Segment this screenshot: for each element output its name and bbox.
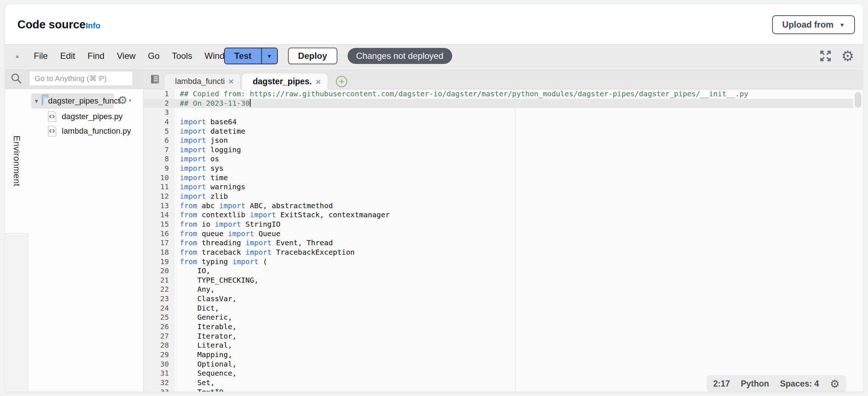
code-text: import json — [175, 136, 228, 145]
code-line[interactable]: 25 Generic, — [143, 313, 863, 322]
python-file-icon — [47, 111, 57, 122]
code-line[interactable]: 21 TYPE_CHECKING, — [143, 276, 863, 285]
line-number: 12 — [143, 192, 175, 201]
code-line[interactable]: 15from io import StringIO — [143, 220, 863, 229]
code-line[interactable]: 28 Literal, — [143, 341, 863, 350]
code-line[interactable]: 20 IO, — [143, 266, 863, 276]
fullscreen-icon[interactable] — [819, 49, 832, 63]
new-tab-plus-icon[interactable]: + — [336, 76, 347, 87]
code-line[interactable]: 3 — [143, 108, 863, 117]
code-line[interactable]: 17from threading import Event, Thread — [143, 238, 863, 248]
editor-settings-gear-icon[interactable]: ⚙ — [841, 49, 854, 63]
code-text: from traceback import TracebackException — [175, 248, 355, 257]
line-number: 10 — [143, 173, 175, 183]
python-file-icon — [47, 126, 57, 137]
menu-view[interactable]: View — [111, 51, 142, 61]
editor-content: Environment ▾ dagster_pipes_funct ⚙▾ — [5, 68, 863, 392]
statusbar-gear-icon[interactable]: ⚙ — [830, 379, 840, 389]
line-number: 8 — [143, 154, 175, 164]
code-line[interactable]: 9import sys — [143, 164, 863, 173]
tab-lambda-function[interactable]: lambda_function. × — [164, 73, 241, 89]
test-split-button[interactable]: Test ▼ — [224, 48, 278, 64]
code-text: from threading import Event, Thread — [175, 238, 333, 248]
code-line[interactable]: 30 Optional, — [143, 360, 863, 369]
test-button[interactable]: Test — [225, 48, 261, 64]
code-line[interactable]: 24 Dict, — [143, 304, 863, 313]
collapse-editor-icon[interactable]: ▲ — [15, 53, 20, 59]
menu-tools[interactable]: Tools — [166, 51, 198, 61]
code-text: Literal, — [175, 341, 232, 350]
code-line[interactable]: 23 ClassVar, — [143, 294, 863, 304]
code-text: Any, — [175, 285, 215, 294]
code-line[interactable]: 7import logging — [143, 145, 863, 155]
line-number: 1 — [143, 89, 175, 99]
menu-go[interactable]: Go — [142, 51, 166, 61]
code-line[interactable]: 26 Iterable, — [143, 322, 863, 332]
code-text: TYPE_CHECKING, — [175, 276, 259, 285]
upload-from-button[interactable]: Upload from ▼ — [772, 15, 855, 34]
code-source-panel: Code source Info Upload from ▼ ▲ File Ed… — [5, 4, 863, 392]
code-line[interactable]: 13from abc import ABC, abstractmethod — [143, 201, 863, 211]
chevron-down-icon: ▼ — [839, 22, 845, 28]
file-sidebar: Environment ▾ dagster_pipes_funct ⚙▾ — [5, 68, 143, 392]
line-number: 32 — [143, 378, 175, 388]
line-number: 18 — [143, 248, 175, 257]
code-line[interactable]: 22 Any, — [143, 285, 863, 294]
tab-list-icon[interactable] — [149, 73, 161, 85]
tab-dagster-pipes[interactable]: dagster_pipes.py × — [242, 73, 328, 90]
indent-setting[interactable]: Spaces: 4 — [780, 379, 819, 389]
code-line[interactable]: 29 Mapping, — [143, 350, 863, 360]
code-line[interactable]: 1## Copied from: https://raw.githubuserc… — [143, 89, 863, 99]
upload-from-label: Upload from — [782, 20, 833, 30]
code-line[interactable]: 19from typing import ( — [143, 257, 863, 267]
environment-tab[interactable]: Environment — [5, 89, 28, 234]
environment-label: Environment — [12, 136, 22, 186]
folder-expand-caret-icon[interactable]: ▾ — [35, 97, 38, 105]
code-text: TextIO — [175, 388, 223, 392]
code-line[interactable]: 8import os — [143, 154, 863, 164]
file-tree: ▾ dagster_pipes_funct ⚙▾ dagster_pip — [28, 89, 143, 392]
tab-close-icon[interactable]: × — [228, 77, 234, 86]
search-icon — [10, 72, 23, 85]
menu-file[interactable]: File — [28, 51, 54, 61]
tree-settings-gear-icon[interactable]: ⚙▾ — [118, 95, 131, 106]
action-buttons: Test ▼ Deploy Changes not deployed — [224, 48, 452, 64]
line-number: 7 — [143, 145, 175, 155]
tree-file-row[interactable]: dagster_pipes.py — [47, 109, 123, 124]
code-line[interactable]: 18from traceback import TracebackExcepti… — [143, 248, 863, 257]
vertical-scrollbar[interactable] — [853, 89, 863, 392]
code-line[interactable]: 4import base64 — [143, 117, 863, 127]
code-line[interactable]: 10import time — [143, 173, 863, 183]
code-line[interactable]: 14from contextlib import ExitStack, cont… — [143, 210, 863, 220]
tab-close-icon[interactable]: × — [316, 77, 321, 86]
info-link[interactable]: Info — [86, 21, 100, 31]
tree-file-row[interactable]: lambda_function.py — [47, 124, 131, 138]
code-line[interactable]: 27 Iterator, — [143, 332, 863, 341]
text-cursor — [250, 99, 251, 107]
code-text: Sequence, — [175, 369, 237, 378]
code-line[interactable]: 6import json — [143, 136, 863, 145]
scrollbar-thumb[interactable] — [855, 92, 861, 108]
code-line[interactable]: 12import zlib — [143, 192, 863, 201]
page-title: Code source — [17, 18, 86, 31]
code-text: from io import StringIO — [175, 220, 280, 229]
language-mode[interactable]: Python — [741, 379, 769, 389]
goto-anything-input[interactable] — [29, 71, 133, 86]
deploy-button[interactable]: Deploy — [288, 48, 337, 64]
code-text: import time — [175, 173, 228, 183]
code-text: from contextlib import ExitStack, contex… — [175, 210, 390, 220]
code-line[interactable]: 11import warnings — [143, 182, 863, 192]
tree-folder-row[interactable]: ▾ dagster_pipes_funct — [31, 93, 114, 109]
file-name: dagster_pipes.py — [62, 112, 123, 121]
line-number: 17 — [143, 238, 175, 248]
test-dropdown-button[interactable]: ▼ — [261, 48, 277, 64]
code-text: import datetime — [175, 127, 246, 136]
cursor-position[interactable]: 2:17 — [713, 379, 730, 389]
menu-edit[interactable]: Edit — [54, 51, 81, 61]
code-line[interactable]: 2## On 2023-11-30 — [143, 99, 863, 108]
menu-find[interactable]: Find — [81, 51, 111, 61]
code-line[interactable]: 16from queue import Queue — [143, 229, 863, 239]
code-line[interactable]: 5import datetime — [143, 127, 863, 136]
code-text: IO, — [175, 266, 210, 276]
code-area[interactable]: 1## Copied from: https://raw.githubuserc… — [143, 89, 863, 392]
